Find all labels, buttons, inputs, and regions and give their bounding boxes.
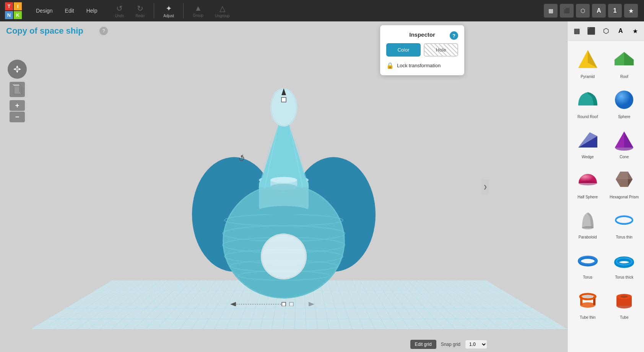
svg-marker-53 xyxy=(624,131,633,148)
text-view-button[interactable]: A xyxy=(592,4,606,18)
shape-label-torus-thick: Torus thick xyxy=(615,275,633,279)
shape-label-pyramid: Pyramid xyxy=(581,75,595,79)
view-cube-button[interactable] xyxy=(10,82,25,97)
nav-menu: Design Edit Help xyxy=(30,0,104,21)
topbar: T I N K Design Edit Help ↺ Undo ↻ Redo ✦… xyxy=(0,0,644,21)
shape-preview-torus-thin xyxy=(611,207,637,234)
svg-point-73 xyxy=(620,295,628,298)
shape-preview-torus xyxy=(574,247,601,274)
svg-point-33 xyxy=(270,177,297,183)
shape-item-cone[interactable]: Cone xyxy=(608,124,641,161)
inspector-help-button[interactable]: ? xyxy=(450,31,458,40)
shape-item-tube-thin[interactable]: Tube thin xyxy=(571,285,605,322)
svg-text:⌂: ⌂ xyxy=(16,68,18,71)
group-icon: ▲ xyxy=(194,4,202,13)
shape-label-tube: Tube xyxy=(620,315,628,320)
toolbar-divider-1 xyxy=(154,3,154,18)
panel-hex-icon[interactable]: ⬡ xyxy=(598,24,613,37)
svg-marker-57 xyxy=(616,172,633,179)
shape-preview-tube xyxy=(611,287,637,314)
grid-view-button[interactable]: ▦ xyxy=(544,4,558,18)
svg-point-20 xyxy=(261,234,307,279)
home-view-button[interactable]: ⌂ xyxy=(8,60,27,79)
group-button[interactable]: ▲ Group xyxy=(187,2,209,19)
adjust-button[interactable]: ✦ Adjust xyxy=(158,2,179,19)
nav-edit[interactable]: Edit xyxy=(59,0,80,21)
lock-row: 🔒 Lock transformation xyxy=(386,62,458,69)
hole-button[interactable]: Hole xyxy=(424,43,458,57)
shape-item-hex-prism[interactable]: Hexagonal Prism xyxy=(608,164,641,201)
zoom-controls: + − xyxy=(10,100,25,122)
logo-i: I xyxy=(14,2,22,10)
toolbar-divider-2 xyxy=(183,3,184,18)
shape-label-cone: Cone xyxy=(620,155,629,159)
panel-text-icon[interactable]: A xyxy=(613,24,628,37)
edit-grid-button[interactable]: Edit grid xyxy=(410,340,436,349)
star-button[interactable]: ★ xyxy=(624,4,638,18)
shape-item-sphere[interactable]: Sphere xyxy=(608,84,641,121)
nav-design[interactable]: Design xyxy=(30,0,59,21)
svg-point-34 xyxy=(270,184,297,190)
shape-label-tube-thin: Tube thin xyxy=(580,315,595,320)
svg-point-54 xyxy=(579,181,597,185)
zoom-out-button[interactable]: − xyxy=(10,112,25,122)
shape-item-wedge[interactable]: Wedge xyxy=(571,124,605,161)
shape-preview-half-sphere xyxy=(574,167,601,193)
canvas-area[interactable]: Copy of space ship ? ⌂ xyxy=(0,21,568,352)
cube-view-button[interactable]: ⬛ xyxy=(560,4,574,18)
panel-collapse-arrow[interactable]: ❯ xyxy=(481,179,489,195)
shape-label-paraboloid: Paraboloid xyxy=(579,235,597,239)
shape-label-torus: Torus xyxy=(583,275,592,279)
svg-point-58 xyxy=(582,226,594,229)
shape-item-tube[interactable]: Tube xyxy=(608,285,641,322)
shape-item-pyramid[interactable]: Pyramid xyxy=(571,44,605,81)
nav-arrows-icon: ⌂ xyxy=(12,64,23,75)
svg-point-24 xyxy=(259,206,309,215)
panel-star-icon[interactable]: ★ xyxy=(628,24,642,37)
shape-item-torus-thin[interactable]: Torus thin xyxy=(608,204,641,242)
ungroup-icon: △ xyxy=(220,4,225,13)
logo-t: T xyxy=(5,2,13,10)
ungroup-button[interactable]: △ Ungroup xyxy=(210,2,235,19)
logo-k: K xyxy=(14,11,22,19)
shape-label-wedge: Wedge xyxy=(582,155,594,159)
spacecraft-model: ↺ xyxy=(188,69,379,306)
panel-cube-icon[interactable]: ⬛ xyxy=(584,24,598,37)
inspector-buttons: Color Hole xyxy=(386,43,458,57)
shape-preview-wedge xyxy=(574,127,601,153)
spacecraft-svg: ↺ xyxy=(188,69,379,306)
shape-preview-sphere xyxy=(611,86,637,113)
nav-control: ⌂ + − xyxy=(8,60,27,122)
zoom-in-button[interactable]: + xyxy=(10,100,25,111)
snap-grid-label: Snap grid xyxy=(441,342,460,347)
shape-preview-torus-thick xyxy=(611,247,637,274)
svg-rect-39 xyxy=(289,302,293,306)
shape-item-paraboloid[interactable]: Paraboloid xyxy=(571,204,605,242)
svg-marker-42 xyxy=(309,302,314,306)
iso-view-button[interactable]: ⬡ xyxy=(576,4,590,18)
shape-item-half-sphere[interactable]: Half Sphere xyxy=(571,164,605,201)
nav-help[interactable]: Help xyxy=(80,0,104,21)
shape-preview-round-roof xyxy=(574,86,601,113)
undo-button[interactable]: ↺ Undo xyxy=(110,2,130,19)
help-button[interactable]: ? xyxy=(99,27,108,35)
color-button[interactable]: Color xyxy=(386,43,421,57)
shape-item-round-roof[interactable]: Round Roof xyxy=(571,84,605,121)
panel-grid-icon[interactable]: ▦ xyxy=(569,24,584,37)
svg-point-47 xyxy=(615,91,633,109)
shape-item-roof[interactable]: Roof xyxy=(608,44,641,81)
count-button[interactable]: 1 xyxy=(608,4,622,18)
snap-grid-select[interactable]: 1.0 0.5 0.25 2.0 xyxy=(465,340,487,349)
logo[interactable]: T I N K xyxy=(0,0,27,21)
redo-button[interactable]: ↻ Redo xyxy=(130,2,150,19)
redo-label: Redo xyxy=(135,14,145,18)
right-panel: ▦ ⬛ ⬡ A ★ Pyramid xyxy=(568,21,644,352)
shape-item-torus[interactable]: Torus xyxy=(571,245,605,282)
group-label: Group xyxy=(193,13,203,18)
shape-preview-roof xyxy=(611,46,637,73)
lock-icon: 🔒 xyxy=(386,62,394,69)
svg-rect-38 xyxy=(282,302,286,306)
svg-point-69 xyxy=(582,295,593,298)
adjust-label: Adjust xyxy=(163,14,174,18)
shape-item-torus-thick[interactable]: Torus thick xyxy=(608,245,641,282)
